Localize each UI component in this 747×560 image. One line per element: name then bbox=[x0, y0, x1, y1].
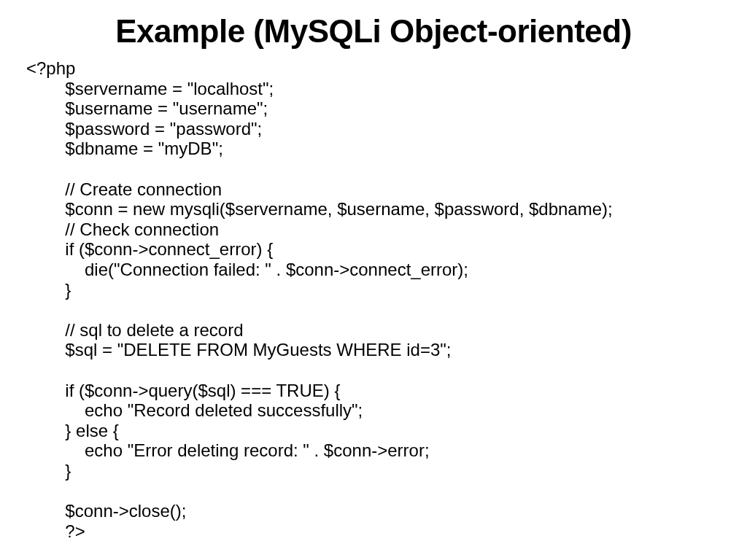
slide-title: Example (MySQLi Object-oriented) bbox=[0, 0, 747, 58]
code-example: <?php $servername = "localhost"; $userna… bbox=[0, 58, 747, 541]
slide-container: Example (MySQLi Object-oriented) <?php $… bbox=[0, 0, 747, 560]
